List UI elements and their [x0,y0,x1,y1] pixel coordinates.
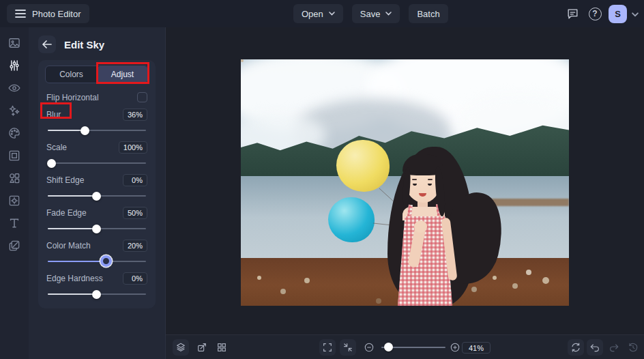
text-icon[interactable] [8,216,21,230]
eye-icon[interactable] [8,81,21,95]
slider-row-color-match: Color Match 20% [45,240,149,266]
help-icon[interactable]: ? [586,5,604,23]
slider-thumb[interactable] [47,159,56,168]
slider-row-fade-edge: Fade Edge 50% [45,207,149,233]
fit-screen-icon[interactable] [340,339,356,356]
adjust-card: Colors Adjust Flip Horizontal Blur 36% [38,60,156,308]
slider-thumb[interactable] [100,255,112,267]
chevron-down-icon [385,12,392,16]
slider-row-edge-hardness: Edge Hardness 0% [45,272,149,299]
frame-icon[interactable] [8,149,21,162]
main-area: Edit Sky Colors Adjust Flip Horizontal B… [0,27,644,359]
photo-editor-app: Photo Editor Open Save Batch [0,0,644,359]
history-icon[interactable] [625,339,641,356]
flip-horizontal-label: Flip Horizontal [46,93,99,102]
slider-label: Fade Edge [46,208,87,218]
slider-track[interactable] [48,224,146,233]
slider-track[interactable] [48,289,146,299]
slider-row-shift-edge: Shift Edge 0% [45,174,149,201]
file-actions: Open Save Batch [293,4,448,23]
app-title: Photo Editor [32,9,81,19]
slider-track[interactable] [48,158,146,168]
comments-icon[interactable] [564,5,581,23]
slider-value-box[interactable]: 20% [123,240,147,252]
slider-thumb[interactable] [92,290,101,299]
girl-brow [428,179,433,180]
layers-icon[interactable] [173,339,189,356]
canvas-area: 41% [165,27,644,359]
tab-colors[interactable]: Colors [46,66,97,83]
slider-label: Scale [46,143,67,152]
open-button[interactable]: Open [293,4,343,23]
chevron-down-icon[interactable] [632,8,639,20]
main-menu-button[interactable]: Photo Editor [7,4,89,23]
panel-tabs: Colors Adjust [45,66,149,83]
layers-copy-icon[interactable] [8,239,21,253]
batch-button[interactable]: Batch [409,4,448,23]
slider-track[interactable] [48,257,146,266]
slider-thumb[interactable] [80,126,89,135]
slider-value-box[interactable]: 100% [119,141,147,154]
bottom-bar: 41% [166,334,644,359]
redo-icon[interactable] [606,339,622,356]
panel-header: Edit Sky [29,27,165,60]
overlay-icon[interactable] [8,194,21,207]
undo-icon[interactable] [587,339,603,356]
zoom-level-box[interactable]: 41% [462,342,491,354]
image-icon[interactable] [8,36,21,50]
slider-label: Edge Hardness [46,274,103,283]
slider-label: Blur [46,110,61,119]
chevron-down-icon [329,12,335,16]
girl-hand-holding-strings [414,220,427,233]
zoom-out-icon[interactable] [361,339,377,356]
girl-brow [412,179,417,180]
back-button[interactable] [38,35,56,53]
zoom-slider[interactable] [381,343,445,352]
flip-horizontal-row: Flip Horizontal [46,92,147,102]
slider-thumb[interactable] [92,225,101,233]
flip-horizontal-checkbox[interactable] [137,92,147,102]
topbar-right-group: ? S [564,0,639,27]
palette-icon[interactable] [8,126,21,140]
panel-title: Edit Sky [64,39,104,51]
slider-row-blur: Blur 36% [45,109,149,135]
zoom-slider-thumb[interactable] [384,343,393,351]
avatar[interactable]: S [609,5,627,23]
grid-icon[interactable] [214,339,230,356]
slider-track[interactable] [48,126,146,135]
slider-track[interactable] [48,191,146,201]
tool-rail [0,27,29,359]
slider-label: Shift Edge [46,175,84,185]
transform-icon[interactable] [194,339,210,356]
photo-canvas[interactable] [241,59,569,306]
save-button[interactable]: Save [352,4,400,23]
slider-row-scale: Scale 100% [45,141,149,168]
slider-value-box[interactable]: 0% [123,272,147,285]
slider-value-box[interactable]: 36% [123,109,147,121]
shapes-icon[interactable] [8,171,21,185]
refresh-icon[interactable] [568,339,584,356]
tab-adjust[interactable]: Adjust [97,66,148,83]
hamburger-icon [15,10,26,18]
slider-thumb[interactable] [92,192,101,201]
slider-label: Color Match [46,241,91,250]
zoom-in-icon[interactable] [447,339,463,356]
fullscreen-icon[interactable] [319,339,336,356]
slider-value-box[interactable]: 50% [123,207,147,219]
adjust-sliders-icon[interactable] [8,59,21,72]
effects-sparkles-icon[interactable] [8,104,21,117]
slider-value-box[interactable]: 0% [123,174,147,186]
edit-sky-panel: Edit Sky Colors Adjust Flip Horizontal B… [29,27,165,359]
top-bar: Photo Editor Open Save Batch [0,0,644,27]
